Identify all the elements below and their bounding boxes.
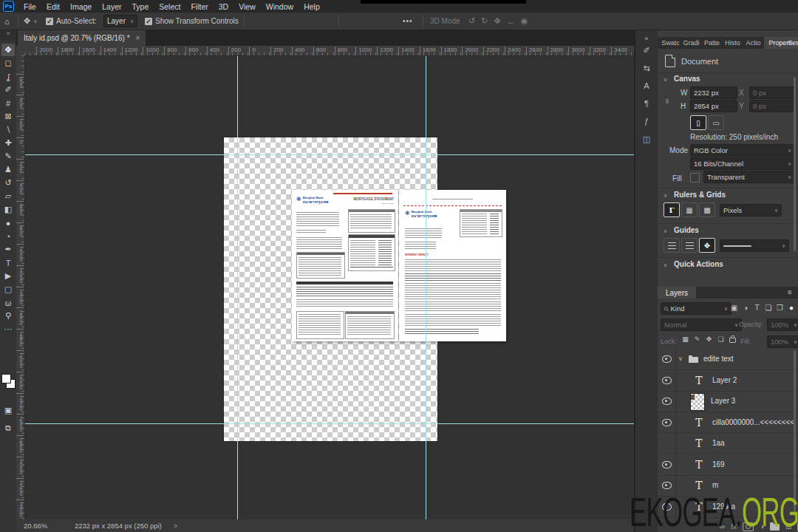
lock-pixels-icon[interactable]: ✎: [692, 334, 703, 345]
libraries-panel-icon[interactable]: ◫: [641, 133, 652, 145]
brush-settings-icon[interactable]: ✐: [641, 44, 652, 56]
filter-adjustment-icon[interactable]: ◑: [740, 302, 751, 313]
frame-tool[interactable]: ⊠: [1, 110, 15, 123]
layer-row[interactable]: T169: [658, 454, 798, 476]
tab-layers[interactable]: Layers: [658, 287, 696, 299]
filter-shape-icon[interactable]: ❏: [763, 302, 774, 313]
visibility-cell[interactable]: [658, 349, 676, 369]
filter-type-icon[interactable]: T: [751, 302, 763, 313]
guides-toggle-button[interactable]: [664, 238, 680, 253]
align-center-v-button[interactable]: [275, 17, 281, 26]
dist-vertical-button[interactable]: [362, 17, 368, 26]
filter-smart-icon[interactable]: ❒: [774, 302, 785, 313]
blur-tool[interactable]: ●: [1, 216, 15, 229]
screen-mode-button[interactable]: ⧉: [1, 422, 15, 434]
shape-tool[interactable]: ▢: [1, 283, 15, 296]
auto-select-toggle[interactable]: ✓ Auto-Select:: [46, 13, 96, 30]
dist-left-button[interactable]: [344, 17, 350, 26]
tab-properties[interactable]: Properties: [764, 37, 798, 49]
align-top-button[interactable]: [269, 17, 275, 26]
align-bottom-button[interactable]: [281, 17, 287, 26]
character-panel-icon[interactable]: A: [641, 80, 652, 92]
canvas-section-header[interactable]: Canvas: [674, 75, 700, 83]
tab-swatc[interactable]: Swatc: [661, 37, 681, 49]
menu-item-edit[interactable]: Edit: [41, 2, 65, 11]
align-left-button[interactable]: [251, 17, 257, 26]
rulers-toggle-button[interactable]: Γ: [664, 202, 680, 217]
visibility-cell[interactable]: [658, 412, 676, 433]
hand-tool[interactable]: ω: [1, 296, 15, 309]
layer-thumbnail[interactable]: [690, 393, 705, 411]
lasso-tool[interactable]: ʆ: [1, 70, 15, 83]
layer-row[interactable]: Tcilla0000000...<<<<<<<<0 d: [658, 412, 798, 434]
horizontal-guide-top[interactable]: [24, 154, 634, 155]
opacity-field[interactable]: 100%∨: [767, 318, 798, 331]
filter-pin-icon[interactable]: ●: [786, 302, 797, 313]
y-field[interactable]: 0 px: [749, 100, 795, 112]
path-select-tool[interactable]: ▶: [1, 270, 15, 282]
move-tool[interactable]: ✥: [1, 44, 15, 56]
grid-toggle-button[interactable]: ▦: [681, 202, 698, 217]
vertical-guide-left[interactable]: [237, 55, 238, 519]
menu-item-image[interactable]: Image: [65, 2, 97, 11]
dock-collapse-button[interactable]: «: [641, 33, 652, 44]
foreground-color-swatch[interactable]: [1, 374, 11, 383]
fill-select[interactable]: Transparent∨: [703, 171, 795, 183]
menu-item-window[interactable]: Window: [261, 2, 299, 11]
menu-item-view[interactable]: View: [233, 2, 261, 11]
lock-all-icon[interactable]: [727, 334, 738, 345]
menu-item-select[interactable]: Select: [154, 2, 185, 11]
layers-menu-icon[interactable]: ≡: [788, 288, 792, 296]
swap-panel-icon[interactable]: ⇆: [641, 62, 652, 74]
fill-checkbox[interactable]: [690, 173, 700, 183]
pen-tool[interactable]: ✒: [1, 243, 15, 256]
crop-tool[interactable]: #: [1, 97, 15, 109]
filter-pixel-icon[interactable]: ▣: [729, 302, 740, 313]
vertical-guide-right[interactable]: [426, 55, 426, 519]
landscape-orientation-button[interactable]: ▭: [708, 115, 724, 130]
link-dimensions-icon[interactable]: ∞: [664, 99, 671, 103]
menu-item-help[interactable]: Help: [299, 2, 325, 11]
type-tool[interactable]: T: [1, 256, 15, 269]
tab-patte[interactable]: Patte: [702, 37, 722, 49]
tab-gradi[interactable]: Gradi: [681, 37, 701, 49]
vertical-ruler[interactable]: 6004002000200400600800100012001400160018…: [16, 55, 25, 519]
align-center-h-button[interactable]: [257, 17, 263, 26]
layer-row[interactable]: ∨edite text: [658, 349, 798, 370]
quick-actions-section-header[interactable]: Quick Actions: [674, 260, 723, 268]
chevron-down-icon[interactable]: ∨: [664, 193, 667, 199]
statement-page-2[interactable]: ❋ Bangkok Bank ธนาคารกรุงเทพ INTEREST IM…: [399, 190, 506, 341]
edit-guides-button[interactable]: ✥: [699, 238, 715, 253]
paragraph-panel-icon[interactable]: ¶: [641, 98, 652, 109]
smart-guides-toggle-button[interactable]: [681, 238, 698, 253]
visibility-cell[interactable]: [658, 391, 676, 412]
layer-filter-select[interactable]: ⚲ Kind∨: [661, 302, 732, 315]
layer-row[interactable]: T1aa: [658, 433, 798, 454]
clone-stamp-tool[interactable]: ♟: [1, 163, 15, 176]
properties-scrollbar[interactable]: [794, 77, 796, 251]
horizontal-ruler[interactable]: 2000180016001400120010008006004002000200…: [24, 46, 634, 56]
quick-selection-tool[interactable]: ✐: [1, 83, 15, 96]
auto-select-checkbox[interactable]: ✓: [46, 18, 53, 25]
canvas-area[interactable]: ❋ Bangkok Bank ธนาคารกรุงเทพ MORTGAGE ST…: [24, 55, 634, 519]
more-align-options-button[interactable]: •••: [403, 13, 413, 30]
menu-item-file[interactable]: File: [18, 2, 41, 11]
dodge-tool[interactable]: ◔: [1, 230, 15, 242]
zoom-tool[interactable]: ⚲: [1, 310, 15, 322]
visibility-cell[interactable]: [658, 433, 676, 454]
show-transform-toggle[interactable]: ✓ Show Transform Controls: [145, 13, 239, 30]
chevron-down-icon[interactable]: ∨: [678, 355, 683, 362]
photoshop-logo-icon[interactable]: Ps: [3, 1, 14, 12]
menu-item-type[interactable]: Type: [126, 2, 154, 11]
healing-brush-tool[interactable]: ✚: [1, 137, 15, 149]
status-options-icon[interactable]: >: [174, 522, 178, 530]
close-icon[interactable]: ×: [136, 34, 140, 42]
layer-row[interactable]: Layer 3: [658, 391, 798, 412]
horizontal-guide-bottom[interactable]: [24, 423, 634, 424]
blend-mode-select[interactable]: Normal∨: [661, 318, 742, 331]
menu-item-3d[interactable]: 3D: [214, 2, 233, 11]
panel-menu-icon[interactable]: ≡: [788, 38, 792, 47]
chevron-down-icon[interactable]: ∨: [664, 262, 667, 268]
guides-section-header[interactable]: Guides: [674, 226, 699, 234]
auto-select-target[interactable]: Layer∨: [103, 13, 137, 30]
